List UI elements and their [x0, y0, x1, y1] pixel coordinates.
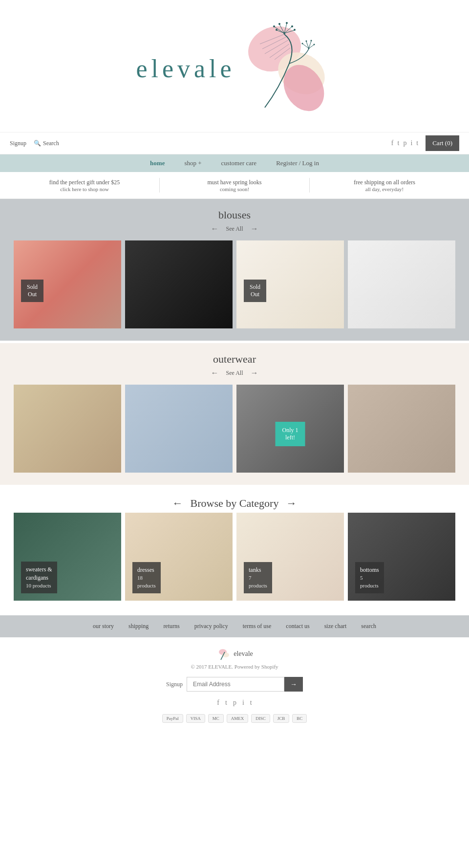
promo-subtitle-2: coming soon! — [160, 186, 309, 192]
cart-button[interactable]: Cart (0) — [426, 135, 459, 151]
footer-link-contact-us[interactable]: contact us — [286, 623, 309, 630]
footer-email-input[interactable] — [187, 677, 284, 692]
logo-text: elevale — [136, 54, 235, 83]
browse-title-text: Browse by Category — [191, 497, 279, 510]
svg-point-15 — [276, 29, 277, 31]
blouse-card-1[interactable]: SoldOut — [14, 240, 121, 328]
footer-link-privacy-policy[interactable]: privacy policy — [194, 623, 228, 630]
footer-link-terms-of-use[interactable]: terms of use — [243, 623, 272, 630]
footer-instagram-icon[interactable]: i — [242, 699, 244, 707]
blouse-img-2 — [125, 240, 233, 328]
promo-item-1[interactable]: find the perfect gift under $25 click he… — [10, 179, 159, 192]
svg-point-18 — [305, 41, 307, 42]
outerwear-card-3[interactable]: Only 1left! — [236, 385, 344, 473]
blouse-card-2[interactable] — [125, 240, 233, 328]
outerwear-product-grid: Only 1left! — [7, 385, 462, 473]
footer-copyright: © 2017 ELEVALE. Powered by Shopify — [10, 664, 459, 670]
footer-link-size-chart[interactable]: size chart — [324, 623, 347, 630]
search-area[interactable]: 🔍 Search — [34, 140, 59, 147]
promo-subtitle-1: click here to shop now — [10, 186, 159, 192]
pinterest-icon[interactable]: p — [403, 139, 406, 147]
cart-count: (0) — [445, 139, 452, 147]
footer-link-shipping[interactable]: shipping — [128, 623, 149, 630]
footer-twitter-icon[interactable]: t — [225, 699, 227, 707]
social-icons: f t p i t — [391, 139, 418, 147]
category-label-dresses: dresses 18products — [132, 562, 161, 593]
category-card-tanks[interactable]: tanks 7products — [236, 513, 344, 601]
tumblr-icon[interactable]: t — [416, 139, 418, 147]
footer-link-search[interactable]: search — [361, 623, 376, 630]
browse-section: ← Browse by Category → sweaters &cardiga… — [0, 487, 469, 613]
svg-point-20 — [310, 40, 312, 42]
outerwear-prev-arrow[interactable]: ← — [211, 369, 219, 377]
footer-social-icons: f t p i t — [10, 699, 459, 707]
promo-item-3: free shipping on all orders all day, eve… — [310, 179, 459, 192]
top-bar-left: Signup 🔍 Search — [10, 140, 59, 147]
outerwear-see-all[interactable]: See All — [226, 369, 243, 377]
search-label: Search — [43, 140, 59, 147]
sold-out-badge-1: SoldOut — [21, 280, 43, 302]
category-card-bottoms[interactable]: bottoms 5products — [348, 513, 455, 601]
svg-point-11 — [273, 25, 275, 27]
only-left-badge-3: Only 1left! — [276, 422, 305, 446]
blouses-product-grid: SoldOut SoldOut — [7, 240, 462, 328]
blouse-card-3[interactable]: SoldOut — [236, 240, 344, 328]
svg-point-22 — [313, 44, 315, 45]
category-card-dresses[interactable]: dresses 18products — [125, 513, 233, 601]
outerwear-img-4 — [348, 385, 455, 473]
browse-next-arrow[interactable]: → — [286, 497, 297, 510]
footer-signup-label: Signup — [166, 681, 183, 688]
nav-home[interactable]: home — [150, 159, 165, 167]
footer-facebook-icon[interactable]: f — [217, 699, 219, 707]
payment-amex: AMEX — [227, 714, 249, 723]
payment-paypal: PayPal — [162, 714, 183, 723]
header: elevale — [0, 0, 469, 132]
category-count-dresses: 18products — [137, 574, 156, 589]
outerwear-nav: ← See All → — [7, 369, 462, 377]
svg-point-13 — [294, 29, 296, 31]
footer-logo-text: elevale — [234, 650, 253, 658]
top-bar: Signup 🔍 Search f t p i t Cart (0) — [0, 132, 469, 154]
payment-mc: MC — [208, 714, 224, 723]
promo-banner: find the perfect gift under $25 click he… — [0, 172, 469, 199]
nav-customer-care[interactable]: customer care — [221, 159, 257, 167]
signup-link[interactable]: Signup — [10, 140, 26, 147]
category-label-tanks: tanks 7products — [244, 562, 272, 593]
twitter-icon[interactable]: t — [398, 139, 400, 147]
outerwear-next-arrow[interactable]: → — [251, 369, 258, 377]
blouses-prev-arrow[interactable]: ← — [211, 224, 219, 233]
payment-jcb: JCB — [273, 714, 290, 723]
nav-shop[interactable]: shop + — [184, 159, 201, 167]
blouse-card-4[interactable] — [348, 240, 455, 328]
category-card-sweaters[interactable]: sweaters &cardigans 10 products — [14, 513, 121, 601]
blouses-see-all[interactable]: See All — [226, 225, 243, 233]
category-label-bottoms: bottoms 5products — [355, 562, 384, 593]
outerwear-title: outerwear — [7, 353, 462, 366]
footer-signup-button[interactable]: → — [284, 677, 303, 692]
footer-nav: our story shipping returns privacy polic… — [0, 615, 469, 637]
footer-logo-small: elevale — [10, 647, 459, 661]
cart-label: Cart — [432, 139, 443, 147]
outerwear-card-1[interactable] — [14, 385, 121, 473]
footer-link-returns[interactable]: returns — [163, 623, 179, 630]
sold-out-badge-3: SoldOut — [244, 280, 266, 302]
instagram-icon[interactable]: i — [410, 139, 412, 147]
blouses-nav: ← See All → — [7, 224, 462, 233]
nav-register-login[interactable]: Register / Log in — [276, 159, 319, 167]
blouses-next-arrow[interactable]: → — [251, 224, 258, 233]
promo-title-3: free shipping on all orders — [310, 179, 459, 186]
footer-pinterest-icon[interactable]: p — [233, 699, 236, 707]
category-name-sweaters: sweaters &cardigans — [26, 565, 52, 582]
footer-signup-area: Signup → — [10, 677, 459, 692]
outerwear-card-2[interactable] — [125, 385, 233, 473]
facebook-icon[interactable]: f — [391, 139, 394, 147]
browse-prev-arrow[interactable]: ← — [172, 497, 183, 510]
category-count-tanks: 7products — [249, 574, 267, 589]
footer-tumblr-icon[interactable]: t — [250, 699, 252, 707]
outerwear-section: outerwear ← See All → Only 1left! — [0, 343, 469, 485]
outerwear-card-4[interactable] — [348, 385, 455, 473]
svg-point-5 — [278, 23, 280, 25]
category-label-sweaters: sweaters &cardigans 10 products — [21, 562, 57, 593]
footer-link-our-story[interactable]: our story — [93, 623, 114, 630]
category-name-tanks: tanks — [249, 566, 267, 574]
